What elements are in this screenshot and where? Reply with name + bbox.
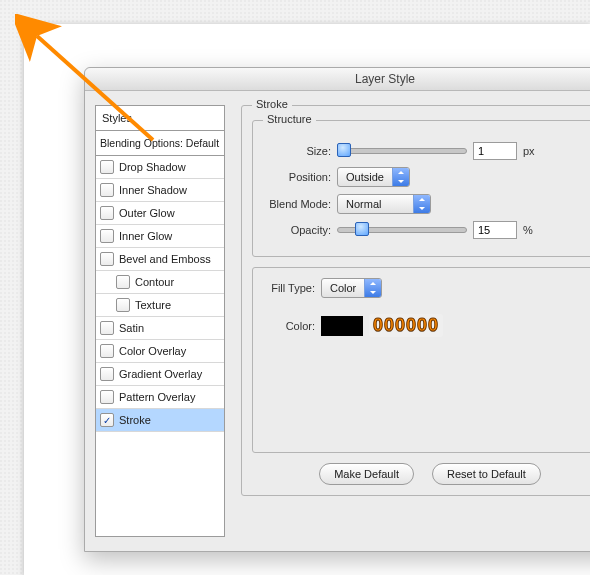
sidebar-item-label: Gradient Overlay xyxy=(119,368,202,380)
sidebar-header[interactable]: Styles xyxy=(96,106,224,131)
opacity-input[interactable] xyxy=(473,221,517,239)
sidebar-item-inner-glow[interactable]: Inner Glow xyxy=(96,225,224,248)
sidebar-item-pattern-overlay[interactable]: Pattern Overlay xyxy=(96,386,224,409)
sidebar-item-inner-shadow[interactable]: Inner Shadow xyxy=(96,179,224,202)
blend-mode-dropdown[interactable]: Normal xyxy=(337,194,431,214)
opacity-slider[interactable] xyxy=(337,223,467,237)
checkbox[interactable] xyxy=(100,321,114,335)
size-slider[interactable] xyxy=(337,144,467,158)
sidebar-item-stroke[interactable]: ✓Stroke xyxy=(96,409,224,432)
sidebar-item-label: Texture xyxy=(135,299,171,311)
checkbox[interactable] xyxy=(100,344,114,358)
checkbox[interactable] xyxy=(100,206,114,220)
sidebar-item-label: Drop Shadow xyxy=(119,161,186,173)
checkbox[interactable] xyxy=(100,390,114,404)
make-default-button[interactable]: Make Default xyxy=(319,463,414,485)
structure-label: Structure xyxy=(263,113,316,125)
checkbox[interactable] xyxy=(116,275,130,289)
size-unit: px xyxy=(523,145,535,157)
sidebar-item-gradient-overlay[interactable]: Gradient Overlay xyxy=(96,363,224,386)
color-hex-annotation: 000000 xyxy=(369,314,443,337)
color-label: Color: xyxy=(263,320,315,332)
structure-subgroup: Structure Size: px Position: Outs xyxy=(252,120,590,257)
sidebar-item-label: Stroke xyxy=(119,414,151,426)
opacity-unit: % xyxy=(523,224,533,236)
sidebar-item-texture[interactable]: Texture xyxy=(96,294,224,317)
sidebar-item-label: Color Overlay xyxy=(119,345,186,357)
reset-to-default-button[interactable]: Reset to Default xyxy=(432,463,541,485)
fill-subgroup: Fill Type: Color Color: 000000 xyxy=(252,267,590,453)
stroke-group-label: Stroke xyxy=(252,98,292,110)
position-dropdown[interactable]: Outside xyxy=(337,167,410,187)
sidebar-item-label: Inner Glow xyxy=(119,230,172,242)
sidebar-item-drop-shadow[interactable]: Drop Shadow xyxy=(96,156,224,179)
blend-mode-label: Blend Mode: xyxy=(263,198,331,210)
sidebar-item-bevel-and-emboss[interactable]: Bevel and Emboss xyxy=(96,248,224,271)
chevron-updown-icon xyxy=(413,195,430,213)
checkbox[interactable] xyxy=(100,367,114,381)
position-label: Position: xyxy=(263,171,331,183)
sidebar-item-label: Satin xyxy=(119,322,144,334)
checkbox[interactable] xyxy=(100,160,114,174)
sidebar-item-contour[interactable]: Contour xyxy=(96,271,224,294)
sidebar-item-satin[interactable]: Satin xyxy=(96,317,224,340)
color-swatch[interactable] xyxy=(321,316,363,336)
window-title: Layer Style xyxy=(85,68,590,91)
stroke-group: Stroke Structure Size: px Position: xyxy=(241,105,590,496)
sidebar-item-color-overlay[interactable]: Color Overlay xyxy=(96,340,224,363)
size-input[interactable] xyxy=(473,142,517,160)
sidebar-item-outer-glow[interactable]: Outer Glow xyxy=(96,202,224,225)
chevron-updown-icon xyxy=(392,168,409,186)
sidebar-item-label: Bevel and Emboss xyxy=(119,253,211,265)
blending-options-row[interactable]: Blending Options: Default xyxy=(96,131,224,156)
checkbox[interactable] xyxy=(100,229,114,243)
fill-type-dropdown[interactable]: Color xyxy=(321,278,382,298)
checkbox[interactable]: ✓ xyxy=(100,413,114,427)
sidebar-item-label: Contour xyxy=(135,276,174,288)
sidebar-item-label: Pattern Overlay xyxy=(119,391,195,403)
chevron-updown-icon xyxy=(364,279,381,297)
sidebar-item-label: Outer Glow xyxy=(119,207,175,219)
layer-style-window: Layer Style Styles Blending Options: Def… xyxy=(84,67,590,552)
opacity-label: Opacity: xyxy=(263,224,331,236)
sidebar-item-label: Inner Shadow xyxy=(119,184,187,196)
checkbox[interactable] xyxy=(116,298,130,312)
fill-type-label: Fill Type: xyxy=(263,282,315,294)
styles-sidebar: Styles Blending Options: Default Drop Sh… xyxy=(95,105,225,537)
checkbox[interactable] xyxy=(100,183,114,197)
size-label: Size: xyxy=(263,145,331,157)
checkbox[interactable] xyxy=(100,252,114,266)
